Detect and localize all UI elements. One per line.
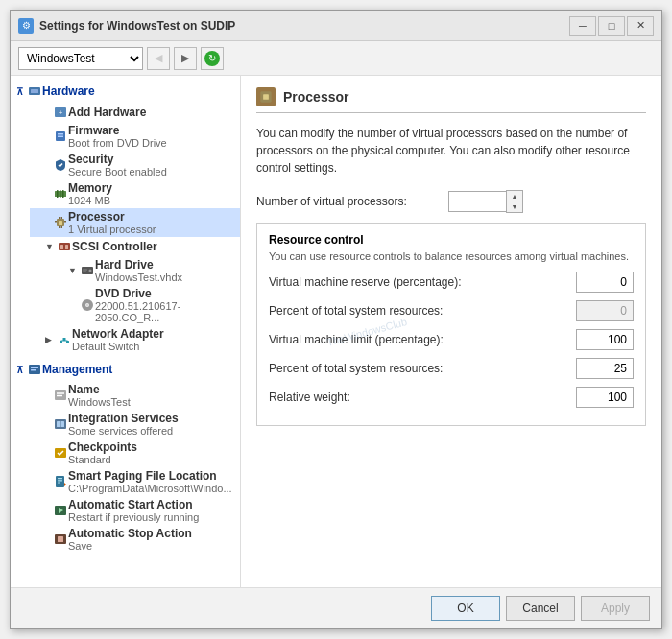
- vm-reserve-input[interactable]: [576, 272, 634, 293]
- dvd-sublabel: 22000.51.210617-2050.CO_R...: [95, 300, 236, 323]
- integration-label: Integration Services: [68, 412, 236, 425]
- stop-action-row[interactable]: Automatic Stop Action Save: [30, 525, 240, 554]
- dvd-label: DVD Drive: [95, 287, 236, 300]
- management-collapse-icon: ⊼: [16, 365, 23, 375]
- vm-reserve-label: Virtual machine reserve (percentage):: [269, 275, 576, 289]
- hard-drive-row[interactable]: ▼ Hard Drive WindowsTest.vhdx: [64, 256, 240, 285]
- svg-rect-18: [61, 226, 63, 228]
- window-icon: ⚙: [18, 18, 34, 34]
- paging-row[interactable]: Smart Paging File Location C:\ProgramDat…: [30, 467, 240, 496]
- cancel-button[interactable]: Cancel: [506, 596, 575, 621]
- security-label: Security: [68, 153, 236, 166]
- start-action-icon: [53, 503, 68, 518]
- vm-selector[interactable]: WindowsTest: [18, 47, 143, 70]
- memory-row[interactable]: Memory 1024 MB: [30, 179, 240, 208]
- pct-total-2-label: Percent of total system resources:: [269, 362, 576, 375]
- hardware-label: Hardware: [42, 84, 95, 98]
- dvd-drive-row[interactable]: DVD Drive 22000.51.210617-2050.CO_R...: [64, 285, 240, 325]
- start-action-row[interactable]: Automatic Start Action Restart if previo…: [30, 496, 240, 525]
- svg-rect-15: [59, 217, 60, 219]
- integration-sublabel: Some services offered: [68, 425, 236, 437]
- name-sublabel: WindowsTest: [68, 396, 236, 408]
- start-action-sublabel: Restart if previously running: [68, 511, 236, 523]
- svg-rect-20: [60, 245, 63, 248]
- svg-point-23: [89, 270, 92, 272]
- security-icon: [53, 157, 68, 173]
- firmware-row[interactable]: Firmware Boot from DVD Drive: [30, 122, 240, 151]
- svg-rect-14: [64, 221, 66, 223]
- svg-rect-1: [31, 89, 38, 93]
- hard-drive-container: ▼ Hard Drive WindowsTest.vhdx: [30, 256, 240, 285]
- processor-item: Processor 1 Virtual processor: [11, 208, 240, 237]
- ok-button[interactable]: OK: [431, 596, 500, 621]
- svg-rect-5: [58, 133, 63, 135]
- integration-icon: [53, 416, 68, 432]
- security-row[interactable]: Security Secure Boot enabled: [30, 151, 240, 179]
- checkpoints-label: Checkpoints: [68, 440, 236, 454]
- num-processors-spinner: ▲ ▼: [448, 190, 523, 213]
- paging-icon: [53, 474, 68, 489]
- relative-weight-label: Relative weight:: [269, 390, 576, 404]
- relative-weight-input[interactable]: [576, 387, 634, 408]
- start-action-label: Automatic Start Action: [68, 498, 236, 511]
- start-action-item: Automatic Start Action Restart if previo…: [11, 496, 240, 525]
- svg-rect-13: [55, 221, 57, 223]
- svg-rect-48: [58, 482, 60, 483]
- name-row[interactable]: Name WindowsTest: [30, 381, 240, 410]
- memory-item: Memory 1024 MB: [11, 179, 240, 208]
- checkpoints-row[interactable]: Checkpoints Standard: [30, 438, 240, 467]
- stop-action-label: Automatic Stop Action: [68, 527, 236, 540]
- panel-header-icon: [256, 87, 276, 106]
- svg-rect-37: [31, 369, 36, 371]
- add-hardware-row[interactable]: + Add Hardware: [30, 103, 240, 122]
- minimize-button[interactable]: ─: [569, 16, 596, 36]
- settings-window: ⚙ Settings for WindowsTest on SUDIP ─ □ …: [10, 10, 662, 629]
- svg-rect-41: [55, 419, 66, 429]
- maximize-button[interactable]: □: [598, 16, 625, 36]
- name-label: Name: [68, 383, 236, 396]
- panel-description: You can modify the number of virtual pro…: [256, 125, 646, 177]
- vm-limit-input[interactable]: [576, 329, 634, 350]
- svg-rect-19: [59, 243, 70, 250]
- resource-control-title: Resource control: [269, 233, 634, 247]
- processor-label: Processor: [68, 210, 236, 224]
- svg-rect-42: [57, 421, 60, 427]
- stop-action-icon: [53, 532, 68, 547]
- scsi-label: SCSI Controller: [72, 240, 236, 253]
- firmware-sublabel: Boot from DVD Drive: [68, 137, 236, 149]
- management-section-header[interactable]: ⊼ Management: [11, 358, 240, 381]
- resource-control-box: Resource control You can use resource co…: [256, 223, 646, 426]
- num-processors-row: Number of virtual processors: ▲ ▼: [256, 190, 646, 213]
- processor-row[interactable]: Processor 1 Virtual processor: [30, 208, 240, 237]
- network-row[interactable]: ▶ Network Adapter Default S: [30, 325, 240, 354]
- spin-up-button[interactable]: ▲: [507, 191, 522, 201]
- svg-point-28: [86, 304, 88, 306]
- add-hardware-label: Add Hardware: [68, 106, 236, 119]
- svg-marker-49: [64, 483, 66, 486]
- spin-down-button[interactable]: ▼: [507, 201, 522, 212]
- scsi-row[interactable]: ▼ SCSI Controller: [30, 237, 240, 256]
- forward-button[interactable]: ▶: [174, 47, 197, 70]
- integration-row[interactable]: Integration Services Some services offer…: [30, 410, 240, 438]
- right-panel: TheWindowsClub Processor You can modify …: [241, 76, 661, 587]
- processor-icon: [53, 215, 68, 230]
- resource-control-desc: You can use resource controls to balance…: [269, 250, 634, 262]
- num-processors-input[interactable]: [448, 191, 506, 212]
- svg-rect-12: [59, 221, 62, 225]
- svg-rect-10: [62, 190, 64, 198]
- hdd-sublabel: WindowsTest.vhdx: [95, 272, 236, 283]
- title-bar-controls: ─ □ ✕: [569, 16, 654, 36]
- apply-button[interactable]: Apply: [581, 596, 650, 621]
- processor-sublabel: 1 Virtual processor: [68, 224, 236, 235]
- name-icon: [53, 388, 68, 403]
- main-content: ⊼ Hardware +: [11, 76, 661, 587]
- stop-action-sublabel: Save: [68, 540, 236, 552]
- close-button[interactable]: ✕: [627, 16, 654, 36]
- back-button[interactable]: ◀: [147, 47, 170, 70]
- name-item: Name WindowsTest: [11, 381, 240, 410]
- paging-label: Smart Paging File Location: [68, 469, 236, 483]
- refresh-button[interactable]: ↻: [201, 47, 224, 70]
- hardware-section-header[interactable]: ⊼ Hardware: [11, 80, 240, 103]
- pct-total-2-input[interactable]: [576, 358, 634, 379]
- svg-rect-6: [58, 136, 63, 138]
